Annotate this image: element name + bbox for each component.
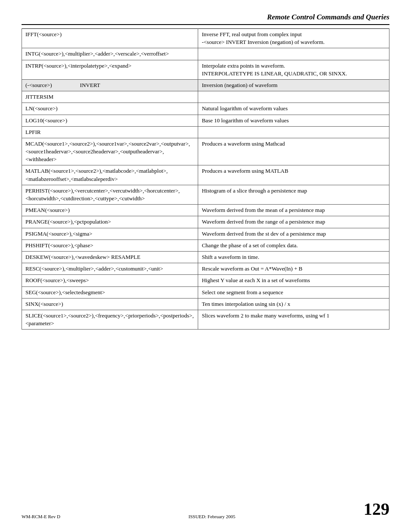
table-row: JITTERSIM [22,91,389,103]
table-row: PMEAN(<source>)Waveform derived from the… [22,205,389,216]
cmd-cell: MATLAB(<source1>,<source2>),<matlabcode>… [22,165,198,185]
desc-cell [198,91,389,103]
desc-cell: Natural logarithm of waveform values [198,103,389,115]
footer-left: WM-RCM-E Rev D [22,514,60,519]
desc-cell [198,126,389,138]
cmd-cell: SEG(<source>),<selectedsegment> [22,286,198,298]
desc-cell: Interpolate extra points in waveform. IN… [198,60,389,79]
cmd-cell: PRANGE(<source>),<pctpopulation> [22,216,198,228]
table-row: ROOF(<source>),<sweeps>Highest Y value a… [22,275,389,286]
footer-center: ISSUED: February 2005 [189,514,236,519]
table-row: RESC(<source>),<multiplier>,<adder>,<cus… [22,263,389,275]
cmd-cell: LN(<source>) [22,103,198,115]
desc-cell: Inversion (negation) of waveform [198,79,389,91]
desc-cell: Waveform derived from the st dev of a pe… [198,228,389,240]
table-row: (-<source>) INVERTInversion (negation) o… [22,79,389,91]
desc-cell: Rescale waveform as Out = A*Wave(In) + B [198,263,389,275]
commands-table: IFFT(<source>)Inverse FFT, real output f… [22,28,389,330]
desc-cell: Highest Y value at each X in a set of wa… [198,275,389,286]
desc-cell: Histogram of a slice through a persisten… [198,185,389,204]
table-row: IFFT(<source>)Inverse FFT, real output f… [22,29,389,48]
table-row: INTRP(<source>),<interpolatetype>,<expan… [22,60,389,79]
table-row: LPFIR [22,126,389,138]
table-row: INTG(<source>),<multiplier>,<adder>,<ver… [22,48,389,60]
desc-cell: Inverse FFT, real output from complex in… [198,29,389,48]
table-row: SEG(<source>),<selectedsegment>Select on… [22,286,389,298]
cmd-cell: RESC(<source>),<multiplier>,<adder>,<cus… [22,263,198,275]
cmd-cell: SINX(<source>) [22,298,198,310]
table-row: LN(<source>)Natural logarithm of wavefor… [22,103,389,115]
table-row: PERHIST(<source>),<vercutcenter>,<vercut… [22,185,389,204]
page-header: Remote Control Commands and Queries [22,13,389,25]
page-footer: WM-RCM-E Rev D ISSUED: February 2005 129 [22,499,389,519]
desc-cell: Waveform derived from the range of a per… [198,216,389,228]
desc-cell: Slices waveform 2 to make many waveforms… [198,310,389,329]
page: Remote Control Commands and Queries IFFT… [0,0,411,532]
table-row: LOG10(<source>)Base 10 logarithm of wave… [22,115,389,126]
cmd-cell: LPFIR [22,126,198,138]
cmd-cell: PHSHIFT(<source>),<phase> [22,240,198,251]
desc-cell: Shift a waveform in time. [198,251,389,263]
desc-cell: Ten times interpolation using sin (x) / … [198,298,389,310]
cmd-cell: PERHIST(<source>),<vercutcenter>,<vercut… [22,185,198,204]
cmd-cell: PMEAN(<source>) [22,205,198,216]
cmd-cell: IFFT(<source>) [22,29,198,48]
table-row: MCAD(<source1>,<source2>),<source1var>,<… [22,138,389,165]
table-row: PSIGMA(<source>),<sigma>Waveform derived… [22,228,389,240]
cmd-cell: PSIGMA(<source>),<sigma> [22,228,198,240]
table-row: DESKEW(<source>),<wavedeskew> RESAMPLESh… [22,251,389,263]
cmd-cell: JITTERSIM [22,91,198,103]
cmd-cell: INTRP(<source>),<interpolatetype>,<expan… [22,60,198,79]
desc-cell: Base 10 logarithm of waveform values [198,115,389,126]
desc-cell: Produces a waveform using Mathcad [198,138,389,165]
desc-cell: Produces a waveform using MATLAB [198,165,389,185]
page-title: Remote Control Commands and Queries [267,13,389,22]
cmd-cell: MCAD(<source1>,<source2>),<source1var>,<… [22,138,198,165]
cmd-cell: (-<source>) INVERT [22,79,198,91]
cmd-cell: INTG(<source>),<multiplier>,<adder>,<ver… [22,48,198,60]
table-row: PHSHIFT(<source>),<phase>Change the phas… [22,240,389,251]
desc-cell: Select one segment from a sequence [198,286,389,298]
desc-cell: Change the phase of a set of complex dat… [198,240,389,251]
table-row: PRANGE(<source>),<pctpopulation>Waveform… [22,216,389,228]
desc-cell [198,48,389,60]
page-number: 129 [364,499,389,519]
table-row: SINX(<source>)Ten times interpolation us… [22,298,389,310]
table-row: MATLAB(<source1>,<source2>),<matlabcode>… [22,165,389,185]
cmd-cell: SLICE(<source1>,<source2>),<frequency>,<… [22,310,198,329]
cmd-cell: ROOF(<source>),<sweeps> [22,275,198,286]
desc-cell: Waveform derived from the mean of a pers… [198,205,389,216]
table-row: SLICE(<source1>,<source2>),<frequency>,<… [22,310,389,329]
cmd-cell: DESKEW(<source>),<wavedeskew> RESAMPLE [22,251,198,263]
cmd-cell: LOG10(<source>) [22,115,198,126]
